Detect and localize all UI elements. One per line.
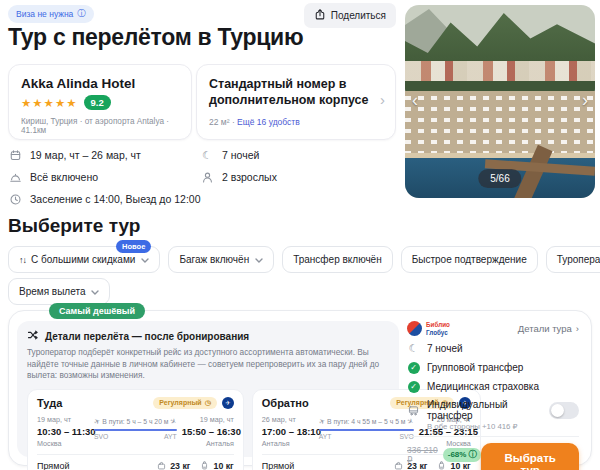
arrival-airport-code: AYT — [164, 433, 177, 440]
chevron-right-icon: › — [380, 91, 385, 108]
hand-baggage-allowance: 10 кг — [199, 460, 233, 470]
visa-badge-label: Виза не нужна — [16, 9, 73, 19]
shuffle-icon — [27, 329, 39, 343]
dates-row: 19 мар, чт – 26 мар, чт — [8, 147, 201, 163]
chevron-right-icon: › — [576, 323, 579, 334]
sort-icon: ↑↓ — [19, 255, 26, 265]
photo-umbrellas — [405, 93, 595, 155]
share-button[interactable]: Поделиться — [304, 3, 396, 28]
person-icon — [200, 171, 214, 184]
share-button-label: Поделиться — [331, 10, 386, 21]
filter-label: Быстрое подтверждение — [412, 254, 527, 265]
new-badge: Новое — [116, 240, 151, 253]
plane-landing-icon: ✈ — [169, 416, 179, 427]
info-icon: ⓘ — [77, 8, 86, 20]
tour-summary-panel: Библио Глобус Детали тура › ☾ 7 ночей ✓ … — [407, 321, 579, 470]
filter-transfer[interactable]: Трансфер включён — [282, 246, 393, 273]
tour-details-link[interactable]: Детали тура › — [518, 323, 579, 334]
guests-label: 2 взрослых — [222, 171, 277, 183]
suitcase-icon — [393, 460, 404, 470]
filters-row-2: Время вылета — [8, 278, 110, 305]
individual-transfer-toggle[interactable] — [549, 402, 579, 419]
hotel-name: Akka Alinda Hotel — [21, 76, 179, 91]
hotel-location: Кириш, Турция · от аэропорта Antalya · 4… — [21, 117, 179, 135]
filter-baggage[interactable]: Багаж включён — [168, 246, 274, 273]
plane-takeoff-icon: ✈ — [317, 416, 327, 427]
guests-row: 2 взрослых — [200, 169, 277, 185]
nights-row: ☾ 7 ночей — [200, 147, 277, 163]
filter-label: С большими скидками — [31, 254, 135, 265]
filter-fast-confirmation[interactable]: Быстрое подтверждение — [401, 246, 538, 273]
page-title: Тур с перелётом в Турцию — [8, 24, 303, 51]
summary-left-column: 19 мар, чт – 26 мар, чт Всё включено Зас… — [8, 147, 201, 213]
tour-operator-logo[interactable]: Библио Глобус — [407, 321, 450, 336]
old-price: 336 210 ₽ — [407, 445, 439, 465]
tour-page: Виза не нужна ⓘ Поделиться Тур с перелёт… — [0, 0, 600, 470]
board-label: Всё включено — [30, 171, 98, 183]
room-area: 22 м² — [209, 117, 230, 127]
chevron-down-icon — [255, 254, 263, 265]
check-circle-icon: ✓ — [407, 381, 420, 393]
route-line — [94, 429, 177, 431]
select-tour-button[interactable]: Выбрать тур — [481, 443, 579, 470]
arrival-date: 19 мар, чт — [182, 415, 234, 424]
nights-label: 7 ночей — [222, 149, 259, 161]
feature-group-transfer: ✓ Групповой трансфер — [407, 361, 579, 374]
hotel-card[interactable]: Akka Alinda Hotel ★★★★★ 9.2 Кириш, Турци… — [8, 64, 192, 140]
summary-right-column: ☾ 7 ночей 2 взрослых — [200, 147, 277, 191]
flight-card-outbound: Туда Регулярный◷ ✈ 19 мар, чт 10:30 – 11… — [27, 389, 244, 470]
gallery-prev-arrow[interactable]: ‹ — [412, 91, 418, 109]
checkin-row: Заселение с 14:00, Выезд до 12:00 — [8, 191, 201, 207]
departure-date: 26 мар, чт — [262, 415, 314, 424]
visa-badge[interactable]: Виза не нужна ⓘ — [8, 5, 94, 23]
airline-logo-icon: ✈ — [222, 397, 234, 409]
gallery-next-arrow[interactable]: › — [582, 91, 588, 109]
moon-icon: ☾ — [407, 342, 420, 355]
checkin-label: Заселение с 14:00, Выезд до 12:00 — [30, 193, 201, 205]
moon-icon: ☾ — [200, 149, 214, 162]
filter-label: Багаж включён — [179, 254, 249, 265]
board-row: Всё включено — [8, 169, 201, 185]
gallery-counter: 5/66 — [478, 169, 521, 188]
amenities-link[interactable]: Ещё 16 удобств — [237, 117, 300, 127]
hotel-rating-badge: 9.2 — [84, 95, 111, 110]
room-name: Стандартный номер в дополнительном корпу… — [209, 76, 371, 109]
departure-city: Москва — [37, 439, 89, 448]
feature-insurance: ✓ Медицинская страховка — [407, 380, 579, 393]
departure-time: 17:00 – 18:10 — [262, 426, 314, 437]
filter-operator[interactable]: Туроператор — [546, 246, 600, 273]
individual-transfer-price: В обе стороны +10 416 ₽ — [427, 422, 579, 431]
meal-icon — [8, 171, 22, 184]
filters-row: Новое ↑↓ С большими скидками Багаж включ… — [8, 246, 600, 273]
filter-label: Трансфер включён — [293, 254, 382, 265]
discount-badge: -68%ⓘ — [443, 448, 482, 462]
baggage-allowance: 23 кг — [156, 460, 190, 470]
share-icon — [314, 8, 326, 23]
arrival-time: 15:50 – 16:30 — [182, 426, 234, 437]
info-icon: ⓘ — [468, 449, 476, 460]
feature-nights: ☾ 7 ночей — [407, 342, 579, 355]
regular-flight-badge: Регулярный◷ — [153, 397, 217, 409]
filter-label: Туроператор — [557, 254, 600, 265]
flight-duration: В пути: 4 ч 55 м – 5 ч 5 м — [327, 418, 405, 425]
individual-transfer-label: Индивидуальный трансфер — [427, 399, 542, 421]
operator-name-line1: Библио — [426, 321, 450, 329]
flight-duration: В пути: 5 ч – 5 ч 20 м — [102, 418, 168, 425]
departure-date: 19 мар, чт — [37, 415, 89, 424]
filter-big-discounts[interactable]: Новое ↑↓ С большими скидками — [8, 246, 160, 273]
car-icon — [407, 404, 420, 417]
check-circle-icon: ✓ — [407, 362, 420, 374]
divider — [37, 454, 234, 455]
backpack-icon — [199, 460, 210, 470]
room-card[interactable]: Стандартный номер в дополнительном корпу… — [196, 64, 396, 140]
chevron-down-icon — [91, 286, 99, 297]
hotel-photo[interactable]: ‹ › 5/66 — [405, 5, 595, 198]
departure-airport-code: SVO — [94, 433, 108, 440]
flight-details-title: Детали перелёта — после бронирования — [45, 331, 249, 342]
flight-type: Прямой — [262, 461, 294, 470]
price-block: 336 210 ₽ -68%ⓘ 107 147 ₽ — [407, 445, 481, 470]
calendar-icon — [8, 149, 22, 162]
plane-takeoff-icon: ✈ — [92, 416, 102, 427]
filter-departure-time[interactable]: Время вылета — [8, 278, 110, 305]
arrival-city: Анталья — [182, 439, 234, 448]
